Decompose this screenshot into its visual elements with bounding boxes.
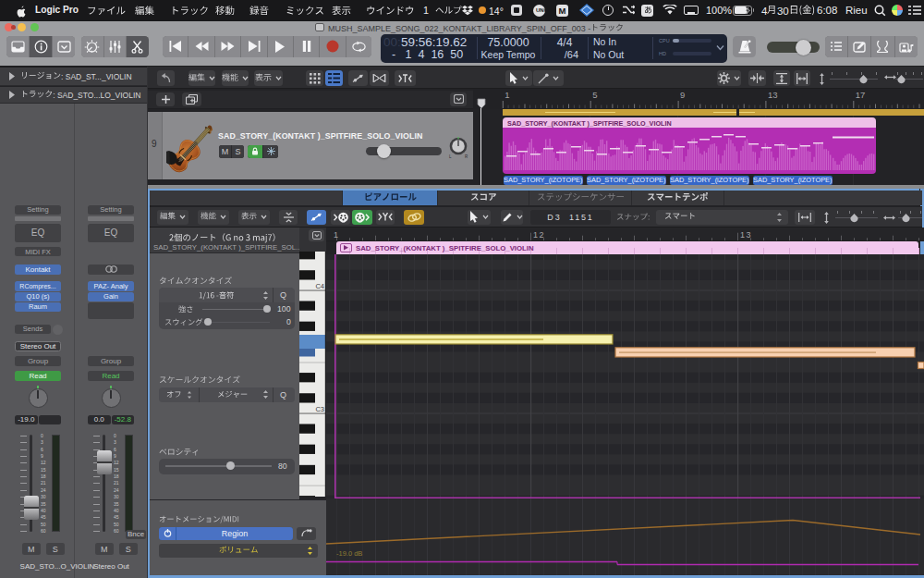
svg-text:-19.0 dB: -19.0 dB: [336, 549, 362, 558]
svg-text:17: 17: [856, 90, 866, 100]
svg-text:C3: C3: [315, 405, 324, 413]
svg-text:1: 1: [334, 230, 338, 240]
svg-text:C4: C4: [315, 282, 324, 290]
svg-text:5: 5: [592, 90, 597, 100]
svg-text:13: 13: [768, 90, 778, 100]
svg-text:9: 9: [680, 90, 685, 100]
svg-text:1: 1: [505, 90, 509, 100]
